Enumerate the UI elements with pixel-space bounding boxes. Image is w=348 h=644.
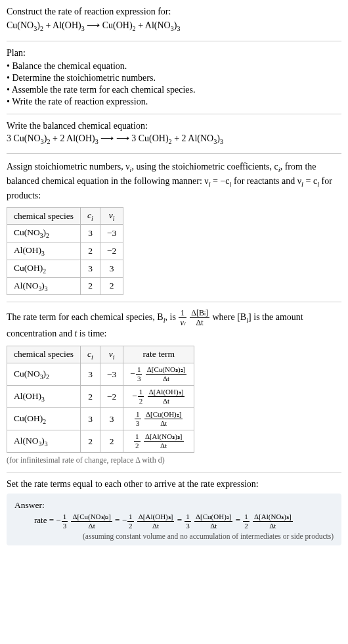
table-row: Al(NO3)3 2 2 [7, 277, 123, 295]
plan-list: Balance the chemical equation. Determine… [7, 61, 341, 107]
unbalanced-equation: Cu(NO3)2 + Al(OH)3 ⟶ Cu(OH)2 + Al(NO3)3 [7, 18, 341, 34]
col-vi: νi [100, 207, 123, 225]
divider [7, 302, 341, 302]
table-row: Al(OH)3 2 −2 −12 Δ[Al(OH)₃]Δt [7, 386, 194, 408]
table-row: Al(NO3)3 2 2 12 Δ[Al(NO₃)₃]Δt [7, 430, 194, 453]
plan-title: Plan: [7, 48, 341, 58]
frac-1-over-nu: 1νᵢ [179, 309, 186, 327]
col-vi: νi [100, 346, 123, 363]
frac-dB-over-dt: Δ[Bᵢ]Δt [190, 309, 209, 327]
col-ci: ci [81, 346, 100, 363]
col-rateterm: rate term [123, 346, 194, 363]
col-species: chemical species [7, 346, 81, 363]
table-row: Cu(OH)2 3 3 [7, 260, 123, 277]
table-row: Cu(OH)2 3 3 13 Δ[Cu(OH)₂]Δt [7, 408, 194, 430]
table-row: Al(OH)3 2 −2 [7, 242, 123, 260]
assumption-note: (assuming constant volume and no accumul… [14, 532, 334, 540]
rateterm-table: chemical species ci νi rate term Cu(NO3)… [7, 346, 194, 453]
col-species: chemical species [7, 207, 81, 225]
plan-item: Write the rate of reaction expression. [7, 97, 341, 107]
col-ci: ci [81, 207, 100, 225]
table-row: Cu(NO3)2 3 −3 [7, 225, 123, 242]
stoich-text: Assign stoichiometric numbers, νi, using… [7, 160, 341, 202]
rateterm-text: The rate term for each chemical species,… [7, 309, 341, 341]
divider [7, 41, 341, 41]
balanced-equation: 3 Cu(NO3)2 + 2 Al(OH)3 ⟶ ⟶ 3 Cu(OH)2 + 2… [7, 131, 341, 147]
stoich-table: chemical species ci νi Cu(NO3)2 3 −3 Al(… [7, 207, 123, 295]
divider [7, 114, 341, 114]
plan-item: Determine the stoichiometric numbers. [7, 73, 341, 83]
divider [7, 472, 341, 472]
divider [7, 153, 341, 154]
answer-box: Answer: rate = −13 Δ[Cu(NO₃)₂]Δt = −12 Δ… [7, 494, 341, 545]
plan-item: Assemble the rate term for each chemical… [7, 85, 341, 95]
balanced-title: Write the balanced chemical equation: [7, 121, 341, 131]
prompt-text: Construct the rate of reaction expressio… [7, 5, 341, 18]
table-row: Cu(NO3)2 3 −3 −13 Δ[Cu(NO₃)₂]Δt [7, 363, 194, 386]
rate-expression: rate = −13 Δ[Cu(NO₃)₂]Δt = −12 Δ[Al(OH)₃… [34, 513, 334, 530]
answer-label: Answer: [14, 500, 334, 511]
final-title: Set the rate terms equal to each other t… [7, 479, 341, 490]
infinitesimal-note: (for infinitesimal rate of change, repla… [7, 455, 341, 465]
plan-item: Balance the chemical equation. [7, 61, 341, 72]
